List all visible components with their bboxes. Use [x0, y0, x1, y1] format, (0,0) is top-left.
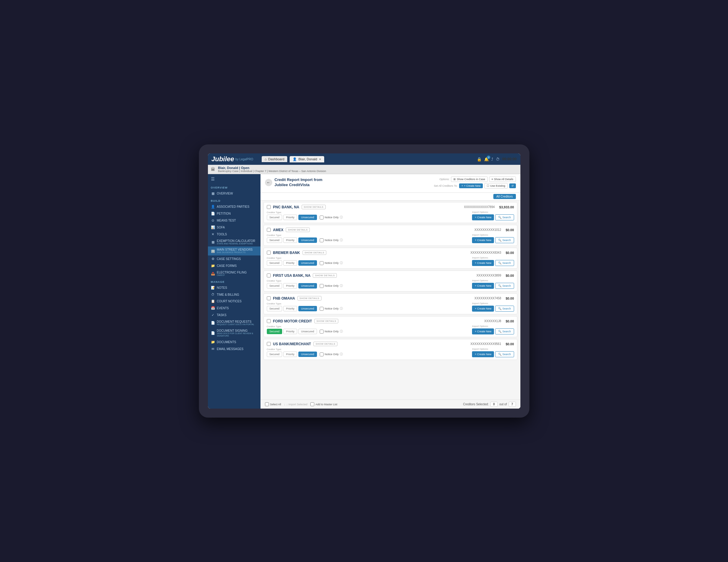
type-btn-priority[interactable]: Priority [283, 238, 297, 243]
sidebar-item-electronic-filing[interactable]: 📤 ELECTRONIC FILING CM/ECF [208, 269, 260, 278]
type-btn-unsecured[interactable]: Unsecured [298, 283, 317, 288]
sidebar-item-case-settings[interactable]: ⚙ CASE SETTINGS [208, 256, 260, 263]
show-creditors-btn[interactable]: ⊞ Show Creditors in Case [451, 177, 488, 182]
show-details-btn[interactable]: SHOW DETAILS [313, 273, 337, 278]
create-new-btn-5[interactable]: + Create New [472, 328, 494, 334]
sidebar-item-case-forms[interactable]: 📁 CASE FORMS [208, 263, 260, 269]
sidebar-item-notes[interactable]: 📝 NOTES [208, 284, 260, 291]
type-btn-secured[interactable]: Secured [267, 329, 282, 334]
notice-only-info-icon[interactable]: ⓘ [340, 238, 343, 242]
filter-badge[interactable]: All Creditors [493, 194, 516, 199]
show-details-btn[interactable]: SHOW DETAILS [313, 342, 337, 346]
lock-icon[interactable]: 🔒 [477, 157, 482, 162]
search-btn-5[interactable]: 🔍 Search [495, 328, 514, 334]
share-icon[interactable]: ⤴ [491, 157, 493, 162]
sidebar-item-document-requests[interactable]: 📄 DOCUMENT REQUESTS REQUEST CLIENT DOCS … [208, 318, 260, 327]
back-button[interactable]: ← [265, 179, 272, 186]
type-btn-secured[interactable]: Secured [267, 351, 282, 357]
sidebar-item-time-billing[interactable]: ⏱ TIME & BILLING [208, 291, 260, 298]
create-new-btn-3[interactable]: + Create New [472, 283, 494, 289]
notice-only-label[interactable]: Notice Only ⓘ [320, 329, 343, 333]
create-new-btn-6[interactable]: + Create New [472, 351, 494, 357]
notice-only-label[interactable]: Notice Only ⓘ [320, 261, 343, 265]
type-btn-priority[interactable]: Priority [283, 260, 297, 266]
creditor-checkbox-4[interactable] [267, 296, 271, 300]
type-btn-priority[interactable]: Priority [283, 215, 297, 220]
show-details-btn[interactable]: SHOW DETAILS [302, 205, 326, 209]
sidebar-item-documents[interactable]: 📁 DOCUMENTS [208, 339, 260, 345]
show-all-details-btn[interactable]: ≡ Show All Details [489, 177, 516, 182]
create-new-btn-4[interactable]: + Create New [472, 305, 494, 311]
create-new-btn-0[interactable]: + Create New [472, 214, 494, 220]
notice-only-checkbox-3[interactable] [320, 284, 324, 288]
creditor-checkbox-3[interactable] [267, 274, 271, 278]
type-btn-secured[interactable]: Secured [267, 238, 282, 243]
type-btn-unsecured[interactable]: Unsecured [298, 238, 317, 243]
notice-only-label[interactable]: Notice Only ⓘ [320, 238, 343, 242]
sidebar-item-document-signing[interactable]: 📄 DOCUMENT SIGNING SEND DOCS FOR CLIENT … [208, 327, 260, 339]
add-master-checkbox[interactable] [310, 402, 314, 406]
add-master-label[interactable]: Add to Master List [310, 402, 337, 406]
type-btn-unsecured[interactable]: Unsecured [298, 329, 317, 334]
notice-only-info-icon[interactable]: ⓘ [340, 261, 343, 265]
notification-area[interactable]: 🔔 0 [484, 157, 489, 162]
notice-only-checkbox-6[interactable] [320, 352, 324, 356]
notice-only-checkbox-4[interactable] [320, 307, 324, 311]
type-btn-priority[interactable]: Priority [283, 351, 297, 357]
creditor-checkbox-0[interactable] [267, 205, 271, 209]
select-all-checkbox[interactable] [265, 402, 269, 406]
notice-only-info-icon[interactable]: ⓘ [340, 329, 343, 333]
type-btn-priority[interactable]: Priority [283, 283, 297, 288]
search-btn-6[interactable]: 🔍 Search [495, 351, 514, 357]
type-btn-unsecured[interactable]: Unsecured [298, 215, 317, 220]
sidebar-item-sofa[interactable]: 📊 SOFA [208, 224, 260, 231]
show-details-btn[interactable]: SHOW DETAILS [314, 319, 338, 323]
creditor-checkbox-1[interactable] [267, 228, 271, 232]
notice-only-label[interactable]: Notice Only ⓘ [320, 215, 343, 220]
creditor-checkbox-5[interactable] [267, 319, 271, 323]
refresh-btn[interactable]: ↺ [509, 184, 516, 188]
show-details-btn[interactable]: SHOW DETAILS [303, 251, 327, 255]
type-btn-unsecured[interactable]: Unsecured [298, 351, 317, 357]
notice-only-info-icon[interactable]: ⓘ [340, 352, 343, 356]
type-btn-priority[interactable]: Priority [283, 329, 297, 334]
type-btn-secured[interactable]: Secured [267, 306, 282, 311]
type-btn-unsecured[interactable]: Unsecured [298, 306, 317, 311]
sidebar-item-petition[interactable]: 📄 PETITION [208, 210, 260, 217]
sidebar-item-means-test[interactable]: ⊙ MEANS TEST [208, 217, 260, 224]
use-existing-btn[interactable]: ☐ Use Existing [484, 183, 507, 189]
notice-only-info-icon[interactable]: ⓘ [340, 306, 343, 311]
show-details-btn[interactable]: SHOW DETAILS [297, 296, 321, 300]
type-btn-unsecured[interactable]: Unsecured [298, 260, 317, 266]
creditor-checkbox-6[interactable] [267, 342, 271, 346]
sidebar-toggle[interactable]: ☰ [208, 174, 260, 184]
notice-only-label[interactable]: Notice Only ⓘ [320, 284, 343, 288]
notice-only-checkbox-2[interactable] [320, 261, 324, 265]
notice-only-label[interactable]: Notice Only ⓘ [320, 352, 343, 356]
type-btn-secured[interactable]: Secured [267, 215, 282, 220]
close-tab-icon[interactable]: ✕ [319, 158, 321, 161]
notice-only-label[interactable]: Notice Only ⓘ [320, 306, 343, 311]
notice-only-checkbox-0[interactable] [320, 216, 324, 220]
sidebar-item-associated-parties[interactable]: 👤 ASSOCIATED PARTIES [208, 203, 260, 210]
sidebar-item-overview[interactable]: ▦ OVERVIEW [208, 190, 260, 197]
search-btn-0[interactable]: 🔍 Search [495, 214, 514, 220]
tab-blair-donald[interactable]: 👤 Blair, Donald ✕ [290, 156, 324, 163]
type-btn-priority[interactable]: Priority [283, 306, 297, 311]
search-btn-4[interactable]: 🔍 Search [495, 305, 514, 311]
type-btn-secured[interactable]: Secured [267, 283, 282, 288]
tab-dashboard[interactable]: ⌂ Dashboard [262, 156, 287, 162]
creditor-checkbox-2[interactable] [267, 251, 271, 255]
create-new-btn-2[interactable]: + Create New [472, 260, 494, 266]
sidebar-item-email-messages[interactable]: ✉ EMAIL MESSAGES [208, 345, 260, 352]
sidebar-item-events[interactable]: 📅 EVENTS [208, 305, 260, 311]
sidebar-item-court-notices[interactable]: 📋 COURT NOTICES [208, 298, 260, 305]
notice-only-checkbox-1[interactable] [320, 239, 324, 242]
search-btn-3[interactable]: 🔍 Search [495, 283, 514, 289]
import-selected-btn[interactable]: ↓ ↓ Import Selected [284, 403, 308, 406]
search-btn-2[interactable]: 🔍 Search [495, 260, 514, 266]
show-details-btn[interactable]: SHOW DETAILS [286, 228, 310, 232]
type-btn-secured[interactable]: Secured [267, 260, 282, 266]
sidebar-item-main-street-vendors[interactable]: 🏢 MAIN STREET VENDORS DUE DILIGENCE PROD… [208, 247, 260, 255]
sidebar-item-tasks[interactable]: ✓ TASKS [208, 311, 260, 318]
